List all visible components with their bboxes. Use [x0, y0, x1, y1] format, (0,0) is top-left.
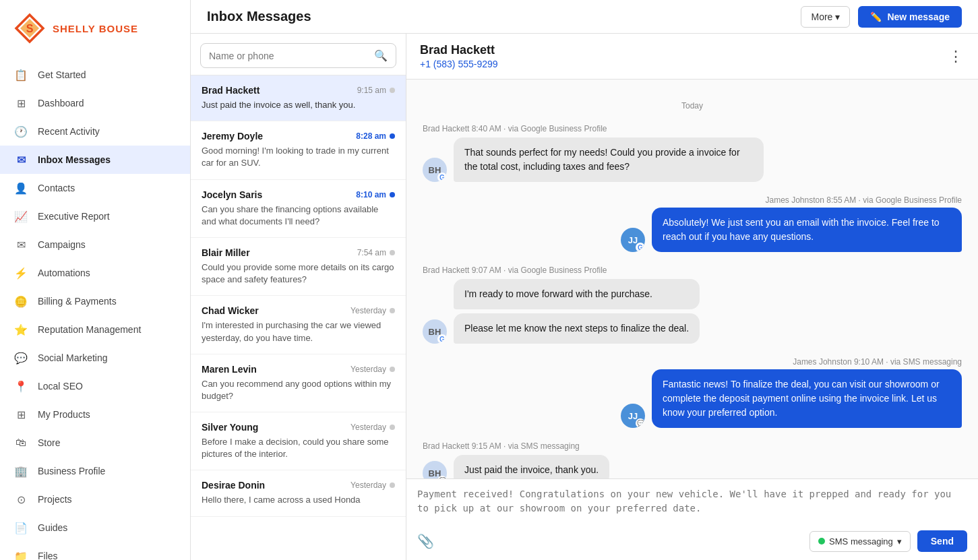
conversation-item-4[interactable]: Chad Wicker Yesterday I'm interested in … [191, 296, 406, 354]
chat-header: Brad Hackett +1 (583) 555-9299 ⋮ [406, 34, 978, 80]
conversation-item-2[interactable]: Jocelyn Saris 8:10 am Can you share the … [191, 180, 406, 238]
conv-time-7: Yesterday [350, 480, 386, 490]
sidebar: S SHELLY BOUSE 📋Get Started⊞Dashboard🕐Re… [0, 0, 191, 560]
local-seo-icon: 📍 [13, 379, 28, 394]
conversation-item-1[interactable]: Jeremy Doyle 8:28 am Good morning! I'm l… [191, 121, 406, 179]
conversation-items: Brad Hackett 9:15 am Just paid the invoi… [191, 75, 406, 560]
conv-meta-4: Yesterday [350, 306, 395, 315]
sidebar-item-local-seo[interactable]: 📍Local SEO [0, 372, 190, 400]
conv-header-2: Jocelyn Saris 8:10 am [202, 189, 395, 200]
business-profile-icon: 🏢 [13, 464, 28, 478]
conv-header-1: Jeremy Doyle 8:28 am [202, 131, 395, 142]
sidebar-item-billing-payments[interactable]: 🪙Billing & Payments [0, 287, 190, 315]
content-row: 🔍 Brad Hackett 9:15 am Just paid the inv… [191, 34, 978, 560]
msg-group-4: James Johnston 9:10 AM · via SMS messagi… [423, 357, 962, 428]
conv-time-2: 8:10 am [356, 190, 386, 199]
sidebar-item-business-profile[interactable]: 🏢Business Profile [0, 457, 190, 485]
conv-dot-7 [390, 483, 395, 488]
conversation-item-6[interactable]: Silver Young Yesterday Before I make a d… [191, 412, 406, 470]
avatar-james-2: JJ 💬 [621, 404, 645, 428]
avatar-brad-3: BH 💬 [423, 461, 447, 478]
chat-panel: Brad Hackett +1 (583) 555-9299 ⋮ Today B… [406, 34, 978, 560]
conv-dot-2 [390, 192, 395, 197]
message-input[interactable] [417, 487, 967, 524]
sidebar-item-contacts[interactable]: 👤Contacts [0, 174, 190, 202]
conv-time-5: Yesterday [350, 365, 386, 374]
channel-selector[interactable]: SMS messaging ▾ [809, 531, 911, 552]
sidebar-item-automations[interactable]: ⚡Automations [0, 259, 190, 287]
sidebar-item-guides[interactable]: 📄Guides [0, 514, 190, 542]
date-divider: Today [423, 101, 962, 111]
chat-options-button[interactable]: ⋮ [948, 49, 965, 64]
conversation-list: 🔍 Brad Hackett 9:15 am Just paid the inv… [191, 34, 406, 560]
attach-icon[interactable]: 📎 [417, 533, 434, 549]
sidebar-item-label-recent-activity: Recent Activity [38, 126, 100, 137]
send-button[interactable]: Send [917, 530, 967, 552]
conv-preview-2: Can you share the financing options avai… [202, 204, 395, 228]
sidebar-item-campaigns[interactable]: ✉Campaigns [0, 230, 190, 259]
conv-name-2: Jocelyn Saris [202, 189, 262, 200]
msg-row-5: BH 💬 Just paid the invoice, thank you. [423, 455, 962, 478]
msg-meta-2: James Johnston 8:55 AM · via Google Busi… [423, 195, 962, 205]
top-header: Inbox Messages More ▾ ✏️ New message [191, 0, 978, 34]
google-badge: G [437, 173, 447, 182]
sidebar-item-recent-activity[interactable]: 🕐Recent Activity [0, 117, 190, 146]
sidebar-item-get-started[interactable]: 📋Get Started [0, 61, 190, 89]
google-badge-2: G [636, 243, 645, 252]
sidebar-item-files[interactable]: 📁Files [0, 542, 190, 560]
projects-icon: ⊙ [13, 492, 28, 507]
msg-row-3a: BH G I'm ready to move forward with the … [423, 279, 962, 344]
msg-group-5: Brad Hackett 9:15 AM · via SMS messaging… [423, 441, 962, 478]
msg-meta-4: James Johnston 9:10 AM · via SMS messagi… [423, 357, 962, 367]
conversation-item-0[interactable]: Brad Hackett 9:15 am Just paid the invoi… [191, 75, 406, 121]
conv-dot-6 [390, 425, 395, 430]
conv-preview-0: Just paid the invoice as well, thank you… [202, 99, 395, 111]
bubble-4: Fantastic news! To finalize the deal, yo… [652, 369, 962, 428]
new-message-button[interactable]: ✏️ New message [858, 6, 962, 28]
chat-contact-phone[interactable]: +1 (583) 555-9299 [420, 59, 498, 69]
new-message-label: New message [887, 11, 950, 22]
files-icon: 📁 [13, 549, 28, 560]
sidebar-item-store[interactable]: 🛍Store [0, 429, 190, 457]
search-box[interactable]: 🔍 [200, 43, 396, 68]
sidebar-item-inbox-messages[interactable]: ✉Inbox Messages [0, 146, 190, 174]
search-input[interactable] [209, 51, 369, 61]
sidebar-item-executive-report[interactable]: 📈Executive Report [0, 202, 190, 230]
avatar-james-1: JJ G [621, 228, 645, 252]
sidebar-item-label-dashboard: Dashboard [38, 98, 84, 108]
get-started-icon: 📋 [13, 67, 28, 82]
sidebar-item-dashboard[interactable]: ⊞Dashboard [0, 89, 190, 117]
more-button[interactable]: More ▾ [801, 6, 850, 28]
conv-preview-5: Can you recommend any good options withi… [202, 378, 395, 402]
conv-name-1: Jeremy Doyle [202, 131, 263, 142]
msg-sender-info-3: Brad Hackett 9:07 AM · via Google Busine… [423, 266, 962, 275]
conversation-item-3[interactable]: Blair Miller 7:54 am Could you provide s… [191, 238, 406, 296]
sidebar-item-projects[interactable]: ⊙Projects [0, 485, 190, 514]
bubble-1: That sounds perfect for my needs! Could … [454, 137, 764, 182]
msg-row-2: Absolutely! We just sent you an email wi… [423, 208, 962, 252]
conv-name-7: Desirae Donin [202, 480, 265, 491]
sidebar-item-reputation-management[interactable]: ⭐Reputation Management [0, 315, 190, 344]
conv-name-5: Maren Levin [202, 364, 257, 375]
sidebar-item-social-marketing[interactable]: 💬Social Marketing [0, 344, 190, 372]
conv-name-6: Silver Young [202, 422, 258, 433]
sidebar-item-label-files: Files [38, 551, 58, 560]
sidebar-item-label-local-seo: Local SEO [38, 381, 83, 392]
search-icon: 🔍 [374, 49, 388, 62]
conv-time-4: Yesterday [350, 306, 386, 315]
sidebar-item-label-guides: Guides [38, 522, 67, 533]
conversation-item-5[interactable]: Maren Levin Yesterday Can you recommend … [191, 354, 406, 412]
chat-input-area: 📎 SMS messaging ▾ Send [406, 478, 978, 560]
conv-meta-3: 7:54 am [357, 248, 395, 257]
conv-meta-1: 8:28 am [356, 131, 395, 141]
sidebar-item-my-products[interactable]: ⊞My Products [0, 400, 190, 429]
edit-icon: ✏️ [870, 11, 882, 22]
chat-contact-name: Brad Hackett [420, 43, 498, 57]
conv-time-3: 7:54 am [357, 248, 386, 257]
conversation-item-7[interactable]: Desirae Donin Yesterday Hello there, I c… [191, 470, 406, 516]
logo-icon: S [13, 12, 46, 44]
conv-time-1: 8:28 am [356, 131, 386, 141]
executive-report-icon: 📈 [13, 209, 28, 224]
sms-badge-1: 💬 [636, 418, 645, 428]
guides-icon: 📄 [13, 520, 28, 535]
